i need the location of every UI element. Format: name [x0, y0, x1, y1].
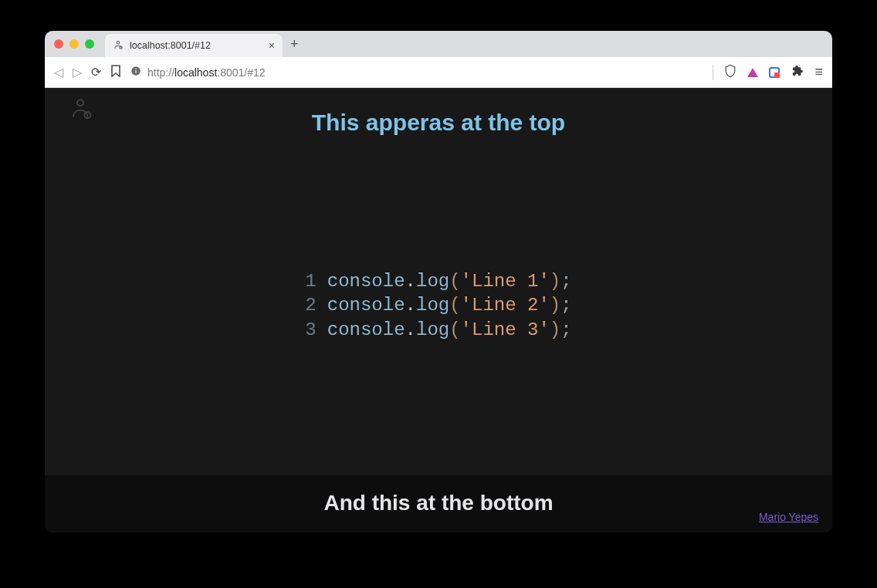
code-block: 1console.log('Line 1');2console.log('Lin…	[45, 136, 832, 475]
menu-icon[interactable]: ≡	[814, 64, 823, 80]
extension-icon[interactable]	[769, 67, 780, 78]
reload-button[interactable]: ⟳	[91, 65, 101, 79]
author-link[interactable]: Mario Yepes	[759, 511, 818, 523]
svg-rect-3	[135, 70, 136, 73]
site-info-icon[interactable]	[130, 66, 141, 79]
tab-close-icon[interactable]: ×	[269, 39, 275, 52]
toolbar-separator	[713, 65, 713, 80]
address-bar[interactable]: http://localhost:8001/#12	[130, 66, 703, 79]
page-content: This apperas at the top 1console.log('Li…	[45, 88, 832, 532]
new-tab-button[interactable]: +	[290, 36, 299, 52]
tab-title: localhost:8001/#12	[130, 40, 211, 51]
browser-window: localhost:8001/#12 × + ◁ ▷ ⟳ http://loca…	[45, 31, 832, 532]
svg-point-5	[77, 100, 83, 106]
tab-strip: localhost:8001/#12 × +	[45, 31, 832, 57]
window-controls	[54, 39, 94, 49]
toolbar-right: ≡	[713, 64, 823, 81]
top-heading: This apperas at the top	[45, 110, 832, 136]
extensions-puzzle-icon[interactable]	[791, 64, 804, 80]
code-lines: 1console.log('Line 1');2console.log('Lin…	[305, 269, 571, 342]
minimize-window-button[interactable]	[69, 39, 79, 49]
code-line: 2console.log('Line 2');	[305, 293, 571, 317]
back-button[interactable]: ◁	[54, 65, 63, 79]
tab-favicon-icon	[113, 39, 124, 52]
bookmark-icon[interactable]	[110, 65, 121, 80]
svg-point-0	[117, 41, 120, 44]
code-line: 1console.log('Line 1');	[305, 269, 571, 293]
close-window-button[interactable]	[54, 39, 63, 49]
forward-button[interactable]: ▷	[73, 65, 82, 79]
bottom-bar: And this at the bottom Mario Yepes	[45, 475, 832, 532]
zoom-window-button[interactable]	[85, 39, 94, 49]
page-logo-icon	[68, 96, 93, 123]
code-line: 3console.log('Line 3');	[305, 318, 571, 342]
svg-rect-4	[135, 69, 136, 69]
url-text: http://localhost:8001/#12	[147, 66, 266, 79]
brave-rewards-icon[interactable]	[747, 68, 758, 77]
bottom-heading: And this at the bottom	[63, 491, 814, 515]
browser-tab[interactable]: localhost:8001/#12 ×	[105, 34, 283, 57]
browser-toolbar: ◁ ▷ ⟳ http://localhost:8001/#12 ≡	[45, 57, 832, 88]
shield-icon[interactable]	[724, 64, 736, 81]
